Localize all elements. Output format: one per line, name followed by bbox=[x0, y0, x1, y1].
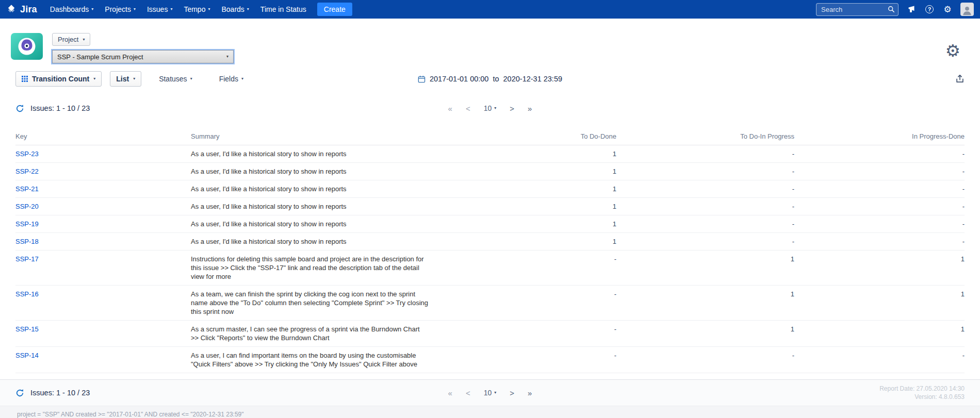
search-input[interactable] bbox=[816, 3, 899, 16]
table-row: SSP-17Instructions for deleting this sam… bbox=[15, 250, 965, 286]
statuses-dropdown[interactable]: Statuses ▾ bbox=[159, 75, 192, 83]
nav-item-boards[interactable]: Boards▾ bbox=[216, 0, 254, 19]
todo-inprogress-value: - bbox=[616, 198, 794, 215]
table-row: SSP-22As a user, I'd like a historical s… bbox=[15, 163, 965, 180]
issue-key-link[interactable]: SSP-18 bbox=[15, 238, 39, 245]
issue-key-link[interactable]: SSP-17 bbox=[15, 255, 39, 263]
todo-done-value: - bbox=[449, 250, 616, 286]
project-type-dropdown[interactable]: Project ▾ bbox=[52, 33, 90, 46]
issue-key-link[interactable]: SSP-14 bbox=[15, 352, 39, 359]
issue-key-link[interactable]: SSP-16 bbox=[15, 290, 39, 298]
inprogress-done-value: - bbox=[794, 347, 965, 373]
next-page-button[interactable]: > bbox=[510, 104, 514, 113]
last-page-button[interactable]: » bbox=[528, 104, 532, 113]
next-page-button[interactable]: > bbox=[510, 389, 514, 397]
jql-query: project = "SSP" AND created >= "2017-01-… bbox=[0, 406, 980, 418]
date-separator: to bbox=[493, 75, 499, 83]
refresh-icon[interactable] bbox=[15, 389, 24, 397]
report-toolbar: Transition Count ▾ List ▾ Statuses ▾ Fie… bbox=[0, 71, 980, 87]
chevron-down-icon: ▾ bbox=[93, 77, 95, 81]
table-row: SSP-15As a scrum master, I can see the p… bbox=[15, 321, 965, 347]
fields-dropdown[interactable]: Fields ▾ bbox=[219, 75, 243, 83]
report-type-dropdown[interactable]: Transition Count ▾ bbox=[15, 71, 102, 87]
issue-summary: Instructions for deleting this sample bo… bbox=[191, 250, 449, 286]
user-avatar-icon bbox=[961, 5, 973, 16]
issue-key-link[interactable]: SSP-22 bbox=[15, 168, 39, 175]
issue-key-cell: SSP-22 bbox=[15, 163, 191, 180]
search-box bbox=[816, 3, 899, 16]
todo-inprogress-value: - bbox=[616, 215, 794, 233]
inprogress-done-value: - bbox=[794, 233, 965, 250]
issue-key-cell: SSP-17 bbox=[15, 250, 191, 286]
issue-key-cell: SSP-21 bbox=[15, 180, 191, 198]
issue-key-cell: SSP-18 bbox=[15, 233, 191, 250]
refresh-icon[interactable] bbox=[15, 104, 24, 113]
todo-inprogress-value: - bbox=[616, 163, 794, 180]
column-header-key[interactable]: Key bbox=[15, 127, 191, 145]
first-page-button[interactable]: « bbox=[448, 389, 452, 397]
announcements-icon[interactable] bbox=[906, 4, 917, 14]
top-navigation: Jira Dashboards▾ Projects▾ Issues▾ Tempo… bbox=[0, 0, 980, 19]
column-header-summary[interactable]: Summary bbox=[191, 127, 449, 145]
issue-key-cell: SSP-23 bbox=[15, 145, 191, 163]
nav-item-label: Time in Status bbox=[260, 5, 306, 13]
issue-key-link[interactable]: SSP-21 bbox=[15, 185, 39, 193]
inprogress-done-value: - bbox=[794, 180, 965, 198]
nav-item-label: Projects bbox=[105, 5, 131, 13]
nav-item-dashboards[interactable]: Dashboards▾ bbox=[44, 0, 100, 19]
project-select-value: SSP - Sample Scrum Project bbox=[57, 53, 143, 61]
create-button[interactable]: Create bbox=[317, 3, 352, 16]
issue-key-link[interactable]: SSP-15 bbox=[15, 325, 39, 333]
jira-logo[interactable]: Jira bbox=[6, 4, 37, 15]
page-footer: Issues: 1 - 10 / 23 « < 10 ▾ > » Report … bbox=[0, 379, 980, 418]
date-range-picker[interactable]: 2017-01-01 00:00 to 2020-12-31 23:59 bbox=[418, 75, 562, 83]
issue-summary: As a user, I'd like a historical story t… bbox=[191, 163, 449, 180]
issue-key-link[interactable]: SSP-19 bbox=[15, 220, 39, 228]
table-row: SSP-18As a user, I'd like a historical s… bbox=[15, 233, 965, 250]
issues-count-label: Issues: 1 - 10 / 23 bbox=[30, 389, 90, 397]
chevron-down-icon: ▾ bbox=[83, 38, 85, 42]
page-size-select[interactable]: 10 ▾ bbox=[484, 389, 497, 397]
nav-item-tempo[interactable]: Tempo▾ bbox=[178, 0, 216, 19]
issue-key-cell: SSP-14 bbox=[15, 347, 191, 373]
brand-text: Jira bbox=[20, 4, 37, 15]
chevron-down-icon: ▾ bbox=[91, 7, 93, 11]
chevron-down-icon: ▾ bbox=[170, 7, 172, 11]
export-button[interactable] bbox=[955, 74, 965, 83]
issue-key-cell: SSP-15 bbox=[15, 321, 191, 347]
date-to: 2020-12-31 23:59 bbox=[503, 75, 563, 83]
column-header-todo-inprogress[interactable]: To Do-In Progress bbox=[616, 127, 794, 145]
inprogress-done-value: - bbox=[794, 145, 965, 163]
column-header-inprogress-done[interactable]: In Progress-Done bbox=[794, 127, 965, 145]
column-header-todo-done[interactable]: To Do-Done bbox=[449, 127, 616, 145]
issues-table-body: SSP-23As a user, I'd like a historical s… bbox=[15, 145, 965, 373]
issue-summary: As a user, I'd like a historical story t… bbox=[191, 145, 449, 163]
issue-key-link[interactable]: SSP-20 bbox=[15, 203, 39, 210]
report-settings-gear-icon[interactable]: ⚙ bbox=[945, 42, 960, 59]
issue-summary: As a user, I'd like a historical story t… bbox=[191, 233, 449, 250]
project-header: Project ▾ SSP - Sample Scrum Project ▾ ⚙ bbox=[0, 19, 980, 70]
todo-inprogress-value: - bbox=[616, 233, 794, 250]
help-icon[interactable]: ? bbox=[924, 4, 935, 14]
project-select[interactable]: SSP - Sample Scrum Project ▾ bbox=[52, 50, 234, 63]
issue-key-link[interactable]: SSP-23 bbox=[15, 150, 39, 158]
prev-page-button[interactable]: < bbox=[466, 104, 470, 113]
inprogress-done-value: 1 bbox=[794, 321, 965, 347]
prev-page-button[interactable]: < bbox=[466, 389, 470, 397]
report-date: Report Date: 27.05.2020 14:30 bbox=[879, 384, 965, 393]
nav-item-issues[interactable]: Issues▾ bbox=[141, 0, 178, 19]
table-row: SSP-23As a user, I'd like a historical s… bbox=[15, 145, 965, 163]
view-mode-dropdown[interactable]: List ▾ bbox=[110, 71, 141, 87]
nav-item-time-in-status[interactable]: Time in Status bbox=[255, 0, 312, 19]
first-page-button[interactable]: « bbox=[448, 104, 452, 113]
page-size-select[interactable]: 10 ▾ bbox=[484, 104, 497, 112]
inprogress-done-value: - bbox=[794, 198, 965, 215]
last-page-button[interactable]: » bbox=[528, 389, 532, 397]
inprogress-done-value: 1 bbox=[794, 250, 965, 286]
inprogress-done-value: - bbox=[794, 215, 965, 233]
issue-summary: As a team, we can finish the sprint by c… bbox=[191, 286, 449, 321]
nav-item-projects[interactable]: Projects▾ bbox=[99, 0, 141, 19]
todo-inprogress-value: - bbox=[616, 347, 794, 373]
user-avatar[interactable] bbox=[960, 3, 974, 16]
settings-icon[interactable]: ⚙ bbox=[942, 4, 953, 14]
